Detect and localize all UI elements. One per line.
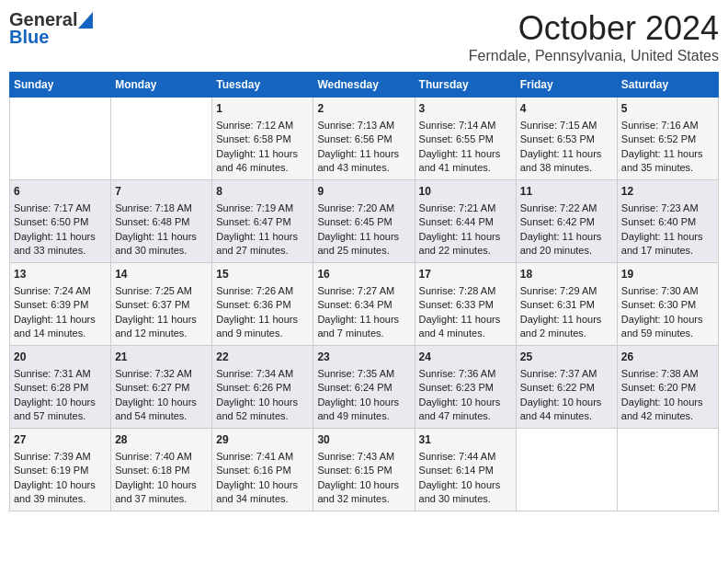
day-cell-9: 9Sunrise: 7:20 AMSunset: 6:45 PMDaylight… xyxy=(313,180,415,263)
sunset-text: Sunset: 6:37 PM xyxy=(115,298,208,312)
day-cell-1: 1Sunrise: 7:12 AMSunset: 6:58 PMDaylight… xyxy=(212,98,313,180)
sunset-text: Sunset: 6:53 PM xyxy=(520,132,613,146)
sunrise-text: Sunrise: 7:36 AM xyxy=(419,367,512,381)
sunset-text: Sunset: 6:52 PM xyxy=(621,132,714,146)
daylight-text: Daylight: 11 hours and 27 minutes. xyxy=(216,230,309,259)
day-header-sunday: Sunday xyxy=(10,73,111,98)
day-cell-19: 19Sunrise: 7:30 AMSunset: 6:30 PMDayligh… xyxy=(617,263,718,346)
day-number: 15 xyxy=(216,267,309,282)
sunset-text: Sunset: 6:24 PM xyxy=(317,381,410,395)
day-header-saturday: Saturday xyxy=(617,73,718,98)
day-number: 16 xyxy=(317,267,410,282)
sunset-text: Sunset: 6:48 PM xyxy=(115,215,208,229)
sunrise-text: Sunrise: 7:38 AM xyxy=(621,367,714,381)
day-number: 26 xyxy=(621,350,714,365)
daylight-text: Daylight: 11 hours and 14 minutes. xyxy=(14,313,107,341)
daylight-text: Daylight: 10 hours and 39 minutes. xyxy=(14,478,107,507)
day-cell-5: 5Sunrise: 7:16 AMSunset: 6:52 PMDaylight… xyxy=(617,98,718,180)
day-cell-12: 12Sunrise: 7:23 AMSunset: 6:40 PMDayligh… xyxy=(617,180,718,263)
sunrise-text: Sunrise: 7:37 AM xyxy=(520,367,613,381)
sunset-text: Sunset: 6:42 PM xyxy=(520,215,613,229)
day-cell-18: 18Sunrise: 7:29 AMSunset: 6:31 PMDayligh… xyxy=(516,263,617,346)
daylight-text: Daylight: 10 hours and 54 minutes. xyxy=(115,396,208,424)
header-row: SundayMondayTuesdayWednesdayThursdayFrid… xyxy=(10,73,719,98)
day-number: 8 xyxy=(216,184,309,200)
day-cell-4: 4Sunrise: 7:15 AMSunset: 6:53 PMDaylight… xyxy=(516,98,617,180)
day-number: 7 xyxy=(115,184,208,200)
sunset-text: Sunset: 6:31 PM xyxy=(520,298,613,312)
sunrise-text: Sunrise: 7:41 AM xyxy=(216,450,309,464)
daylight-text: Daylight: 10 hours and 57 minutes. xyxy=(14,396,107,424)
daylight-text: Daylight: 11 hours and 7 minutes. xyxy=(317,313,410,341)
empty-cell xyxy=(10,98,111,180)
day-number: 24 xyxy=(419,350,512,365)
sunrise-text: Sunrise: 7:32 AM xyxy=(115,367,208,381)
week-row-5: 27Sunrise: 7:39 AMSunset: 6:19 PMDayligh… xyxy=(10,429,719,511)
day-cell-10: 10Sunrise: 7:21 AMSunset: 6:44 PMDayligh… xyxy=(415,180,516,263)
calendar-header: SundayMondayTuesdayWednesdayThursdayFrid… xyxy=(10,73,719,98)
page-header: General Blue October 2024 Ferndale, Penn… xyxy=(9,9,719,64)
day-number: 5 xyxy=(621,101,714,117)
day-number: 28 xyxy=(115,432,208,448)
day-cell-13: 13Sunrise: 7:24 AMSunset: 6:39 PMDayligh… xyxy=(10,263,111,346)
sunset-text: Sunset: 6:27 PM xyxy=(115,381,208,395)
sunrise-text: Sunrise: 7:16 AM xyxy=(621,119,714,132)
day-cell-7: 7Sunrise: 7:18 AMSunset: 6:48 PMDaylight… xyxy=(111,180,212,263)
sunset-text: Sunset: 6:45 PM xyxy=(317,215,410,229)
sunrise-text: Sunrise: 7:25 AM xyxy=(115,284,208,298)
day-number: 27 xyxy=(14,432,107,448)
day-cell-31: 31Sunrise: 7:44 AMSunset: 6:14 PMDayligh… xyxy=(415,429,516,511)
day-cell-6: 6Sunrise: 7:17 AMSunset: 6:50 PMDaylight… xyxy=(10,180,111,263)
sunrise-text: Sunrise: 7:13 AM xyxy=(317,119,410,132)
daylight-text: Daylight: 11 hours and 9 minutes. xyxy=(216,313,309,341)
day-number: 29 xyxy=(216,432,309,448)
day-cell-23: 23Sunrise: 7:35 AMSunset: 6:24 PMDayligh… xyxy=(313,346,415,429)
day-number: 4 xyxy=(520,101,613,117)
sunset-text: Sunset: 6:50 PM xyxy=(14,215,107,229)
day-cell-30: 30Sunrise: 7:43 AMSunset: 6:15 PMDayligh… xyxy=(313,429,415,511)
sunrise-text: Sunrise: 7:12 AM xyxy=(216,119,309,132)
sunrise-text: Sunrise: 7:17 AM xyxy=(14,201,107,215)
day-number: 10 xyxy=(419,184,512,200)
day-number: 23 xyxy=(317,350,410,365)
day-header-thursday: Thursday xyxy=(415,73,516,98)
daylight-text: Daylight: 10 hours and 47 minutes. xyxy=(419,396,512,424)
day-cell-26: 26Sunrise: 7:38 AMSunset: 6:20 PMDayligh… xyxy=(617,346,718,429)
daylight-text: Daylight: 10 hours and 49 minutes. xyxy=(317,396,410,424)
sunset-text: Sunset: 6:20 PM xyxy=(621,381,714,395)
sunset-text: Sunset: 6:44 PM xyxy=(419,215,512,229)
sunrise-text: Sunrise: 7:27 AM xyxy=(317,284,410,298)
sunrise-text: Sunrise: 7:26 AM xyxy=(216,284,309,298)
day-header-tuesday: Tuesday xyxy=(212,73,313,98)
month-title: October 2024 xyxy=(469,9,719,48)
daylight-text: Daylight: 11 hours and 33 minutes. xyxy=(14,230,107,259)
day-number: 11 xyxy=(520,184,613,200)
empty-cell xyxy=(617,429,718,511)
day-number: 21 xyxy=(115,350,208,365)
sunset-text: Sunset: 6:33 PM xyxy=(419,298,512,312)
day-number: 3 xyxy=(419,101,512,117)
day-number: 17 xyxy=(419,267,512,282)
sunset-text: Sunset: 6:56 PM xyxy=(317,132,410,146)
sunrise-text: Sunrise: 7:24 AM xyxy=(14,284,107,298)
day-cell-15: 15Sunrise: 7:26 AMSunset: 6:36 PMDayligh… xyxy=(212,263,313,346)
day-cell-28: 28Sunrise: 7:40 AMSunset: 6:18 PMDayligh… xyxy=(111,429,212,511)
day-number: 6 xyxy=(14,184,107,200)
day-number: 22 xyxy=(216,350,309,365)
daylight-text: Daylight: 11 hours and 43 minutes. xyxy=(317,147,410,176)
sunrise-text: Sunrise: 7:43 AM xyxy=(317,450,410,464)
day-header-friday: Friday xyxy=(516,73,617,98)
sunrise-text: Sunrise: 7:22 AM xyxy=(520,201,613,215)
sunrise-text: Sunrise: 7:15 AM xyxy=(520,119,613,132)
daylight-text: Daylight: 11 hours and 2 minutes. xyxy=(520,313,613,341)
day-header-wednesday: Wednesday xyxy=(313,73,415,98)
location-text: Ferndale, Pennsylvania, United States xyxy=(469,48,719,64)
day-cell-22: 22Sunrise: 7:34 AMSunset: 6:26 PMDayligh… xyxy=(212,346,313,429)
empty-cell xyxy=(111,98,212,180)
day-cell-25: 25Sunrise: 7:37 AMSunset: 6:22 PMDayligh… xyxy=(516,346,617,429)
daylight-text: Daylight: 11 hours and 4 minutes. xyxy=(419,313,512,341)
day-cell-3: 3Sunrise: 7:14 AMSunset: 6:55 PMDaylight… xyxy=(415,98,516,180)
logo-triangle-icon xyxy=(78,12,93,29)
empty-cell xyxy=(516,429,617,511)
sunset-text: Sunset: 6:26 PM xyxy=(216,381,309,395)
